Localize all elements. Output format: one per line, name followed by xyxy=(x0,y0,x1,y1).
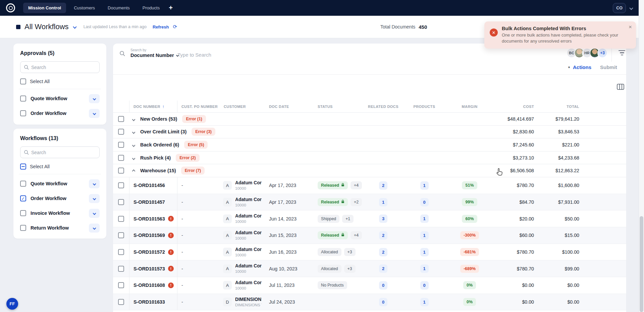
scrollbar-thumb[interactable] xyxy=(640,216,643,312)
row-checkbox[interactable] xyxy=(118,232,124,238)
quote-workflow-checkbox[interactable] xyxy=(20,181,26,187)
doc-number-cell[interactable]: S-ORD101569! xyxy=(129,227,177,244)
group-row-new-orders-53[interactable]: New Orders (53)Error (1)$48,414.697$79,6… xyxy=(113,113,626,126)
document-row-s-ord101569[interactable]: S-ORD101569!-AAdatum Corporati10000Jun 1… xyxy=(113,227,626,244)
account-badge[interactable]: CO xyxy=(613,3,626,13)
document-row-s-ord101608[interactable]: S-ORD101608!-AAdatum Corporati10000Jul 1… xyxy=(113,277,626,294)
search-by-dropdown[interactable]: Search by Document Number xyxy=(130,48,178,58)
column-header-total[interactable]: TOTAL xyxy=(537,101,582,112)
column-header-doc-number[interactable]: DOC NUMBER↑ xyxy=(129,101,177,112)
submit-button[interactable]: Submit xyxy=(600,64,617,70)
products-count[interactable]: 1 xyxy=(420,264,429,273)
add-tab-button[interactable]: + xyxy=(165,3,177,12)
quote-workflow-checkbox[interactable] xyxy=(20,96,26,102)
row-checkbox[interactable] xyxy=(118,266,124,272)
approvals-search-input[interactable] xyxy=(31,65,99,70)
document-row-s-ord101563[interactable]: S-ORD101563!-AAdatum Corporati10000Jun 1… xyxy=(113,210,626,227)
group-checkbox[interactable] xyxy=(118,129,124,135)
related-docs-count[interactable]: 1 xyxy=(379,198,387,206)
row-checkbox[interactable] xyxy=(118,216,124,222)
group-row-over-credit-limit-3[interactable]: Over Credit Limit (3)Error (3)$2,830.60$… xyxy=(113,126,626,139)
group-row-rush-pick-4[interactable]: Rush Pick (4)Error (2)$3,273.10$4,233.68 xyxy=(113,151,626,165)
row-checkbox[interactable] xyxy=(118,299,124,305)
column-header-cost[interactable]: COST xyxy=(493,101,537,112)
doc-number-cell[interactable]: S-ORD101563! xyxy=(129,210,177,227)
column-header-customer[interactable]: CUSTOMER xyxy=(220,101,265,112)
row-checkbox[interactable] xyxy=(118,282,124,288)
order-workflow-expand-button[interactable] xyxy=(89,194,100,203)
expand-icon[interactable] xyxy=(132,129,135,134)
column-header-cust-po-number[interactable]: CUST. PO NUMBER xyxy=(177,101,220,112)
products-count[interactable]: 1 xyxy=(420,214,429,223)
products-count[interactable]: 1 xyxy=(420,181,429,190)
products-count[interactable]: 1 xyxy=(420,248,429,256)
invoice-workflow-expand-button[interactable] xyxy=(89,209,100,218)
workflows-search-input[interactable] xyxy=(31,150,99,155)
group-checkbox[interactable] xyxy=(118,168,124,174)
quote-workflow-expand-button[interactable] xyxy=(89,94,100,103)
order-workflow-checkbox[interactable]: ✓ xyxy=(20,195,26,201)
group-checkbox[interactable] xyxy=(118,155,124,161)
doc-number-cell[interactable]: S-ORD101608! xyxy=(129,277,177,294)
document-row-s-ord101456[interactable]: S-ORD101456-AAdatum Corporati10000Apr 17… xyxy=(113,177,626,194)
actions-dropdown-button[interactable]: ▾ Actions xyxy=(568,64,591,70)
more-avatars-badge[interactable]: +3 xyxy=(597,48,607,58)
group-checkbox[interactable] xyxy=(118,116,124,122)
related-docs-count[interactable]: 0 xyxy=(379,298,387,306)
row-checkbox[interactable] xyxy=(118,249,124,255)
nav-tab-products[interactable]: Products xyxy=(138,3,165,13)
approvals-select-all[interactable]: Select All xyxy=(20,78,100,84)
group-row-back-ordered-6[interactable]: Back Ordered (6)Error (5)$7,245.60$221.0… xyxy=(113,138,626,151)
column-header-status[interactable]: STATUS xyxy=(314,101,364,112)
toast-close-icon[interactable]: × xyxy=(629,24,632,30)
related-docs-count[interactable]: 0 xyxy=(379,281,387,290)
document-search-input[interactable] xyxy=(177,48,365,61)
column-settings-icon[interactable] xyxy=(616,83,625,90)
doc-number-cell[interactable]: S-ORD101457 xyxy=(129,194,177,210)
column-header-doc-date[interactable]: DOC DATE xyxy=(265,101,314,112)
refresh-button[interactable]: Refresh xyxy=(153,24,169,29)
nav-tab-mission-control[interactable]: Mission Control xyxy=(23,3,66,13)
expand-icon[interactable] xyxy=(132,142,135,147)
collapse-icon[interactable] xyxy=(132,168,135,173)
document-row-s-ord101572[interactable]: S-ORD101572!-AAdatum Corporati10000Jun 1… xyxy=(113,244,626,261)
order-workflow-checkbox[interactable] xyxy=(20,110,26,116)
nav-tab-documents[interactable]: Documents xyxy=(103,3,135,13)
group-row-warehouse-15[interactable]: Warehouse (15)Error (7)$6,506.508$12,863… xyxy=(113,164,626,177)
workflows-select-all[interactable]: Select All xyxy=(20,164,100,170)
refresh-icon[interactable]: ⟳ xyxy=(173,24,177,30)
document-row-s-ord101457[interactable]: S-ORD101457-AAdatum Corporati10000Apr 17… xyxy=(113,194,626,211)
workflows-select-all-checkbox[interactable] xyxy=(20,164,26,170)
order-workflow-expand-button[interactable] xyxy=(89,109,100,118)
nav-tab-customers[interactable]: Customers xyxy=(69,3,100,13)
column-header-products[interactable]: PRODUCTS xyxy=(402,101,446,112)
filter-icon[interactable] xyxy=(618,50,626,55)
chat-launcher-avatar[interactable]: FF xyxy=(6,298,18,310)
column-header-margin[interactable]: MARGIN xyxy=(446,101,493,112)
invoice-workflow-checkbox[interactable] xyxy=(20,210,26,216)
approvals-select-all-checkbox[interactable] xyxy=(20,78,26,84)
column-header-related-docs[interactable]: RELATED DOCS xyxy=(364,101,402,112)
related-docs-count[interactable]: 3 xyxy=(379,214,387,223)
doc-number-cell[interactable]: S-ORD101456 xyxy=(129,177,177,194)
document-row-s-ord101633[interactable]: S-ORD101633-DDIMENSIONS TESDIMENSIONS TE… xyxy=(113,294,626,311)
account-chevron-down-icon[interactable] xyxy=(629,6,633,10)
products-count[interactable]: 1 xyxy=(420,298,429,306)
return-workflow-checkbox[interactable] xyxy=(20,225,26,231)
related-docs-count[interactable]: 2 xyxy=(379,231,387,240)
doc-number-cell[interactable]: S-ORD101573! xyxy=(129,260,177,277)
products-count[interactable]: 1 xyxy=(420,231,429,240)
doc-number-cell[interactable]: S-ORD101572! xyxy=(129,244,177,260)
products-count[interactable]: 0 xyxy=(420,198,429,206)
doc-number-cell[interactable]: S-ORD101633 xyxy=(129,294,177,310)
products-count[interactable]: 0 xyxy=(420,281,429,290)
related-docs-count[interactable]: 2 xyxy=(379,248,387,256)
document-row-s-ord101573[interactable]: S-ORD101573!-AAdatum Corporati10000Aug 1… xyxy=(113,260,626,277)
app-logo-icon[interactable] xyxy=(6,3,15,12)
expand-icon[interactable] xyxy=(132,116,135,122)
row-checkbox[interactable] xyxy=(118,182,124,188)
related-docs-count[interactable]: 2 xyxy=(379,181,387,190)
row-checkbox[interactable] xyxy=(118,199,124,205)
group-checkbox[interactable] xyxy=(118,142,124,148)
expand-icon[interactable] xyxy=(132,155,135,161)
